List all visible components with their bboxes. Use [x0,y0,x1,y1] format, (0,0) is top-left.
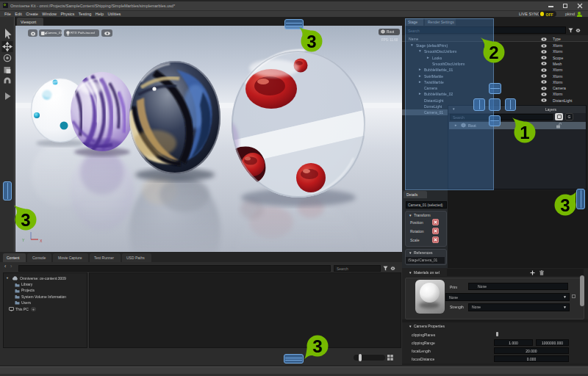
svg-text:2: 2 [489,43,498,62]
svg-text:3: 3 [312,336,322,356]
svg-text:3: 3 [560,195,570,215]
svg-text:3: 3 [21,210,30,230]
svg-text:1: 1 [520,123,529,142]
svg-text:3: 3 [306,32,316,51]
